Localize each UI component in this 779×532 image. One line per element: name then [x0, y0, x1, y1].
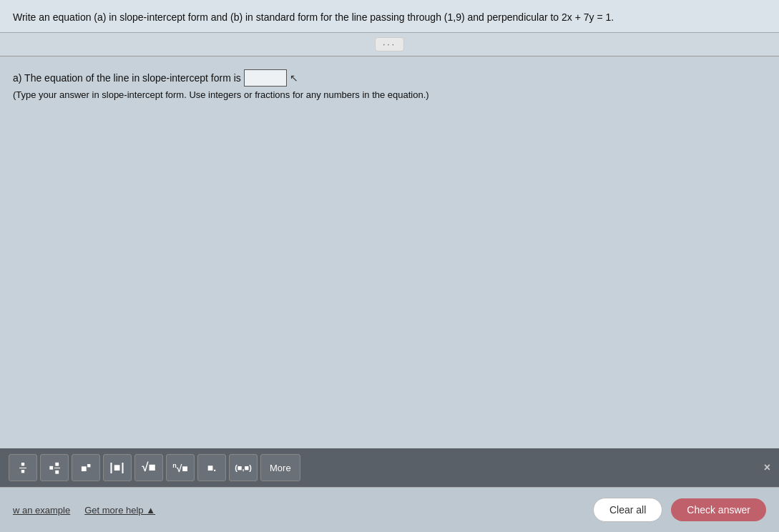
- ordered-pair-icon: (■,■): [235, 463, 252, 472]
- clear-all-button[interactable]: Clear all: [593, 498, 662, 522]
- check-answer-button[interactable]: Check answer: [671, 498, 766, 521]
- action-bar: w an example Get more help ▲ Clear all C…: [0, 487, 779, 532]
- left-actions: w an example Get more help ▲: [13, 505, 155, 516]
- mixed-number-button[interactable]: ■ ■ ■: [40, 454, 69, 481]
- answer-input-field[interactable]: [244, 69, 287, 87]
- absolute-value-button[interactable]: |■|: [103, 454, 132, 481]
- nth-root-icon: n√■: [172, 462, 188, 474]
- superscript-button[interactable]: ■■: [72, 454, 100, 481]
- dots-button[interactable]: ···: [375, 37, 404, 51]
- more-button[interactable]: More: [260, 454, 300, 481]
- absolute-value-icon: |■|: [109, 461, 125, 474]
- answer-input-line: ↖: [244, 69, 298, 87]
- superscript-icon: ■■: [81, 462, 91, 474]
- fraction-icon: ■ ■: [19, 461, 26, 475]
- cursor-icon: ↖: [290, 72, 298, 84]
- decimal-button[interactable]: ■.: [197, 454, 226, 481]
- example-link[interactable]: w an example: [13, 505, 70, 516]
- math-buttons-group: ■ ■ ■ ■ ■ ■■: [9, 454, 300, 481]
- main-container: Write an equation (a) in slope-intercept…: [0, 0, 779, 532]
- answer-hint-text: (Type your answer in slope-intercept for…: [13, 89, 766, 100]
- get-more-help-link[interactable]: Get more help ▲: [84, 505, 155, 516]
- question-text: Write an equation (a) in slope-intercept…: [13, 10, 766, 25]
- ordered-pair-button[interactable]: (■,■): [229, 454, 258, 481]
- sqrt-icon: √■: [142, 460, 156, 475]
- divider-row: ···: [0, 33, 779, 56]
- mixed-number-icon: ■ ■ ■: [49, 460, 59, 476]
- content-panel: Write an equation (a) in slope-intercept…: [0, 0, 779, 532]
- answer-label-a: a) The equation of the line in slope-int…: [13, 69, 766, 87]
- part-a-label-text: a) The equation of the line in slope-int…: [13, 72, 241, 84]
- decimal-icon: ■.: [207, 462, 216, 473]
- answer-section: a) The equation of the line in slope-int…: [0, 56, 779, 448]
- close-toolbar-button[interactable]: ×: [764, 461, 770, 474]
- question-section: Write an equation (a) in slope-intercept…: [0, 0, 779, 33]
- right-actions: Clear all Check answer: [593, 498, 766, 522]
- fraction-button[interactable]: ■ ■: [9, 454, 37, 481]
- sqrt-button[interactable]: √■: [134, 454, 163, 481]
- nth-root-button[interactable]: n√■: [166, 454, 195, 481]
- math-toolbar: ■ ■ ■ ■ ■ ■■: [0, 448, 779, 487]
